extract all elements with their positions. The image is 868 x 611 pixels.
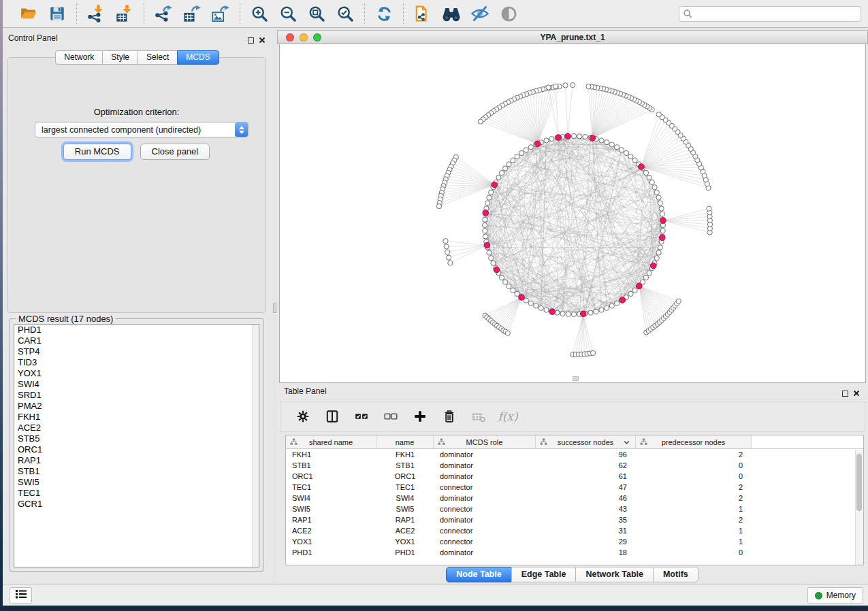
graph-ring-node[interactable] xyxy=(539,306,543,310)
graph-leaf-node[interactable] xyxy=(436,204,441,209)
graph-ring-node[interactable] xyxy=(628,154,633,159)
graph-ring-node[interactable] xyxy=(620,148,624,152)
graph-ring-node[interactable] xyxy=(628,291,633,296)
graph-leaf-node[interactable] xyxy=(553,84,558,88)
mcds-result-item[interactable]: PHD1 xyxy=(14,325,259,335)
column-header-name[interactable]: name xyxy=(376,435,434,449)
graph-leaf-node[interactable] xyxy=(656,112,661,117)
mcds-result-item[interactable]: RAP1 xyxy=(14,455,259,466)
network-window-titlebar[interactable]: YPA_prune.txt_1 xyxy=(277,30,868,44)
table-row[interactable]: PHD1PHD1dominator180 xyxy=(286,547,863,558)
graph-ring-node[interactable] xyxy=(647,175,652,180)
graph-ring-node[interactable] xyxy=(499,170,504,175)
mcds-result-item[interactable]: FKH1 xyxy=(14,412,259,423)
graph-mcds-hub-node[interactable] xyxy=(484,242,490,248)
graph-mcds-hub-node[interactable] xyxy=(660,218,666,224)
graph-ring-node[interactable] xyxy=(515,154,519,159)
close-panel-button[interactable]: Close panel xyxy=(140,144,210,160)
columns-icon[interactable] xyxy=(325,409,340,424)
network-canvas[interactable] xyxy=(279,44,866,383)
graph-ring-node[interactable] xyxy=(549,137,554,142)
graph-ring-node[interactable] xyxy=(483,229,487,233)
close-icon[interactable] xyxy=(259,34,266,46)
mcds-result-item[interactable]: TID3 xyxy=(14,357,259,368)
graph-ring-node[interactable] xyxy=(489,190,494,195)
graph-ring-node[interactable] xyxy=(654,256,659,261)
delete-table-icon[interactable] xyxy=(471,409,486,424)
mcds-result-item[interactable]: SWI4 xyxy=(14,379,259,390)
graph-ring-node[interactable] xyxy=(647,271,652,276)
graph-ring-node[interactable] xyxy=(528,301,533,306)
show-all-icon[interactable] xyxy=(498,3,519,24)
graph-mcds-hub-node[interactable] xyxy=(565,133,571,139)
graph-leaf-node[interactable] xyxy=(505,331,510,335)
float-icon[interactable] xyxy=(842,391,848,397)
graph-ring-node[interactable] xyxy=(499,275,504,280)
zoom-in-icon[interactable] xyxy=(248,3,270,24)
select-all-icon[interactable] xyxy=(354,409,369,424)
graph-ring-node[interactable] xyxy=(571,133,576,138)
table-row[interactable]: TEC1TEC1connector472 xyxy=(286,482,863,493)
tab-mcds[interactable]: MCDS xyxy=(177,50,219,65)
graph-ring-node[interactable] xyxy=(583,134,588,139)
zoom-fit-icon[interactable] xyxy=(306,3,327,24)
graph-ring-node[interactable] xyxy=(652,185,657,190)
column-header-successor-nodes[interactable]: successor nodes xyxy=(536,435,636,449)
graph-leaf-node[interactable] xyxy=(570,82,575,87)
mcds-result-item[interactable]: TEC1 xyxy=(14,488,259,499)
mcds-list-scrollbar[interactable] xyxy=(252,325,259,567)
graph-ring-node[interactable] xyxy=(659,206,664,211)
graph-mcds-hub-node[interactable] xyxy=(580,311,586,317)
graph-ring-node[interactable] xyxy=(507,284,511,288)
mcds-result-item[interactable]: STP4 xyxy=(14,346,259,357)
graph-ring-node[interactable] xyxy=(658,245,662,250)
open-folder-icon[interactable] xyxy=(18,3,39,24)
table-row[interactable]: SWI4SWI4dominator462 xyxy=(286,493,863,503)
zoom-out-icon[interactable] xyxy=(277,3,299,24)
graph-leaf-node[interactable] xyxy=(546,85,551,90)
graph-ring-node[interactable] xyxy=(511,158,515,163)
search-input[interactable] xyxy=(679,6,861,22)
close-icon[interactable] xyxy=(853,387,860,399)
criterion-dropdown[interactable]: largest connected component (undirected) xyxy=(35,122,248,137)
graph-ring-node[interactable] xyxy=(511,288,515,293)
graph-mcds-hub-node[interactable] xyxy=(620,297,626,303)
graph-mcds-hub-node[interactable] xyxy=(519,295,525,301)
graph-ring-node[interactable] xyxy=(632,158,637,163)
tab-motifs[interactable]: Motifs xyxy=(653,567,698,582)
graph-mcds-hub-node[interactable] xyxy=(637,283,643,289)
graph-ring-node[interactable] xyxy=(599,308,604,312)
tab-select[interactable]: Select xyxy=(138,50,178,65)
table-row[interactable]: ORC1ORC1dominator610 xyxy=(286,471,863,482)
tab-network[interactable]: Network xyxy=(55,50,103,65)
graph-mcds-hub-node[interactable] xyxy=(639,164,645,170)
graph-ring-node[interactable] xyxy=(658,201,662,205)
graph-ring-node[interactable] xyxy=(605,306,609,310)
hide-selected-icon[interactable] xyxy=(469,3,491,24)
trash-icon[interactable] xyxy=(442,409,457,424)
graph-leaf-node[interactable] xyxy=(443,239,448,244)
graph-ring-node[interactable] xyxy=(519,150,524,155)
export-image-icon[interactable] xyxy=(210,3,231,24)
table-row[interactable]: RAP1RAP1dominator352 xyxy=(286,514,863,525)
graph-leaf-node[interactable] xyxy=(446,255,451,260)
graph-mcds-hub-node[interactable] xyxy=(534,141,541,147)
graph-leaf-node[interactable] xyxy=(444,244,449,249)
graph-ring-node[interactable] xyxy=(483,234,487,239)
graph-ring-node[interactable] xyxy=(609,142,614,147)
graph-mcds-hub-node[interactable] xyxy=(492,182,498,188)
graph-ring-node[interactable] xyxy=(482,222,487,227)
graph-ring-node[interactable] xyxy=(544,138,549,143)
graph-mcds-hub-node[interactable] xyxy=(590,135,596,142)
canvas-splitter-grip-icon[interactable] xyxy=(573,376,579,381)
tab-node-table[interactable]: Node Table xyxy=(446,567,511,582)
graph-leaf-node[interactable] xyxy=(590,350,595,355)
graph-leaf-node[interactable] xyxy=(478,119,483,124)
graph-ring-node[interactable] xyxy=(507,162,511,167)
graph-ring-node[interactable] xyxy=(528,145,533,150)
tab-network-table[interactable]: Network Table xyxy=(575,567,654,582)
mcds-result-item[interactable]: YOX1 xyxy=(14,368,259,379)
table-row[interactable]: SWI5SWI5connector431 xyxy=(286,503,863,514)
graph-ring-node[interactable] xyxy=(485,201,490,205)
graph-ring-node[interactable] xyxy=(524,148,528,152)
